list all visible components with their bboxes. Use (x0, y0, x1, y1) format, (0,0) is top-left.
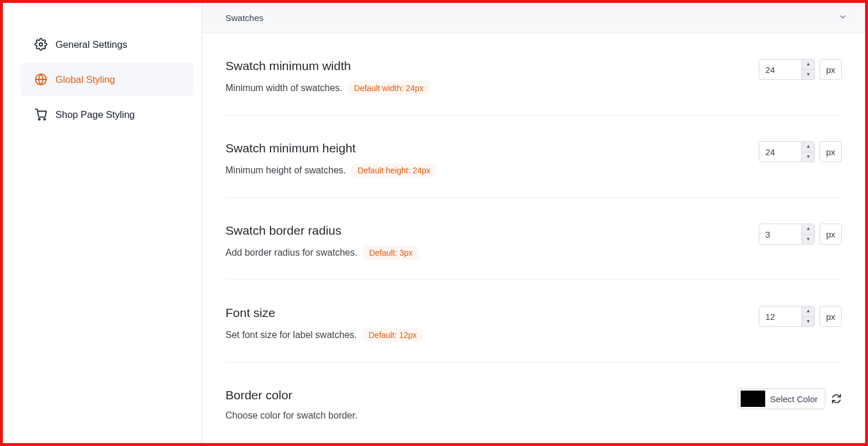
accordion-title: Swatches (225, 13, 263, 23)
row-desc: Minimum height of swatches. Default heig… (225, 163, 741, 177)
spin-down-button[interactable]: ▼ (802, 70, 814, 80)
sidebar: General Settings Global Styling Shop Pag… (3, 3, 202, 443)
color-picker-label: Select Color (768, 394, 825, 404)
control-border-radius: ▲ ▼ px (759, 224, 842, 245)
sidebar-item-shop-page-styling[interactable]: Shop Page Styling (20, 97, 193, 131)
unit-label: px (820, 306, 842, 327)
row-desc-text: Set font size for label swatches. (225, 330, 357, 340)
svg-point-3 (39, 119, 40, 120)
row-desc: Set font size for label swatches. Defaul… (225, 328, 741, 342)
row-desc-text: Choose color for swatch border. (225, 410, 357, 421)
border-radius-input[interactable] (759, 224, 801, 244)
row-title: Border color (225, 388, 720, 402)
sidebar-item-global-styling[interactable]: Global Styling (20, 62, 193, 96)
spinner: ▲ ▼ (801, 60, 814, 79)
default-badge: Default height: 24px (352, 163, 436, 177)
spin-up-button[interactable]: ▲ (802, 60, 814, 70)
unit-label: px (820, 141, 842, 162)
row-desc-text: Minimum height of swatches. (225, 165, 346, 176)
control-min-height: ▲ ▼ px (759, 141, 842, 162)
gear-icon (34, 38, 47, 51)
row-desc-text: Add border radius for swatches. (225, 248, 357, 258)
row-left: Font size Set font size for label swatch… (225, 306, 759, 342)
row-desc: Add border radius for swatches. Default:… (225, 246, 741, 260)
row-desc: Choose color for swatch border. (225, 410, 720, 421)
spinner: ▲ ▼ (801, 306, 814, 326)
spin-up-button[interactable]: ▲ (802, 306, 814, 317)
row-desc: Minimum width of swatches. Default width… (225, 81, 741, 95)
font-size-input[interactable] (759, 306, 801, 326)
row-left: Swatch minimum height Minimum height of … (225, 141, 759, 177)
row-title: Swatch minimum height (225, 141, 741, 155)
default-badge: Default: 12px (363, 328, 423, 342)
row-left: Swatch minimum width Minimum width of sw… (225, 59, 759, 95)
sidebar-item-general-settings[interactable]: General Settings (20, 27, 193, 61)
row-desc-text: Minimum width of swatches. (225, 83, 342, 93)
row-left: Swatch border radius Add border radius f… (225, 224, 759, 260)
color-picker-button[interactable]: Select Color (738, 388, 825, 409)
sidebar-item-label: Shop Page Styling (55, 109, 135, 120)
number-input-min-width: ▲ ▼ (759, 59, 815, 80)
spin-down-button[interactable]: ▼ (802, 152, 814, 162)
row-swatch-min-width: Swatch minimum width Minimum width of sw… (225, 33, 842, 116)
svg-point-4 (44, 119, 46, 120)
default-badge: Default width: 24px (348, 81, 429, 95)
reset-color-button[interactable] (831, 393, 842, 404)
control-font-size: ▲ ▼ px (759, 306, 842, 327)
spin-down-button[interactable]: ▼ (802, 235, 814, 245)
number-input-font-size: ▲ ▼ (759, 306, 815, 327)
control-min-width: ▲ ▼ px (759, 59, 842, 80)
cart-icon (34, 108, 47, 121)
number-input-border-radius: ▲ ▼ (759, 224, 815, 245)
globe-icon (34, 73, 47, 86)
unit-label: px (820, 224, 842, 245)
spinner: ▲ ▼ (801, 224, 814, 244)
spin-up-button[interactable]: ▲ (802, 224, 814, 235)
min-width-input[interactable] (759, 60, 801, 79)
control-border-color: Select Color (738, 388, 842, 409)
spinner: ▲ ▼ (801, 142, 814, 162)
row-swatch-border-radius: Swatch border radius Add border radius f… (225, 198, 842, 280)
unit-label: px (820, 59, 842, 80)
min-height-input[interactable] (759, 142, 801, 162)
row-left: Border color Choose color for swatch bor… (225, 388, 738, 421)
sidebar-item-label: General Settings (55, 39, 127, 50)
row-font-size: Font size Set font size for label swatch… (225, 280, 842, 363)
spin-down-button[interactable]: ▼ (802, 317, 814, 327)
chevron-down-icon (838, 12, 848, 23)
number-input-min-height: ▲ ▼ (759, 141, 815, 162)
main-panel: Swatches Swatch minimum width Minimum wi… (202, 3, 865, 443)
row-title: Swatch minimum width (225, 59, 741, 73)
row-title: Swatch border radius (225, 224, 741, 238)
spin-up-button[interactable]: ▲ (802, 142, 814, 152)
default-badge: Default: 3px (363, 246, 419, 260)
svg-point-0 (39, 43, 43, 46)
settings-content: Swatch minimum width Minimum width of sw… (202, 33, 865, 443)
row-title: Font size (225, 306, 741, 320)
row-border-color: Border color Choose color for swatch bor… (225, 363, 842, 441)
sidebar-item-label: Global Styling (55, 74, 115, 85)
row-swatch-min-height: Swatch minimum height Minimum height of … (225, 116, 842, 198)
accordion-header-swatches[interactable]: Swatches (202, 3, 865, 33)
color-swatch-preview (741, 391, 765, 407)
app-frame: General Settings Global Styling Shop Pag… (0, 0, 868, 446)
